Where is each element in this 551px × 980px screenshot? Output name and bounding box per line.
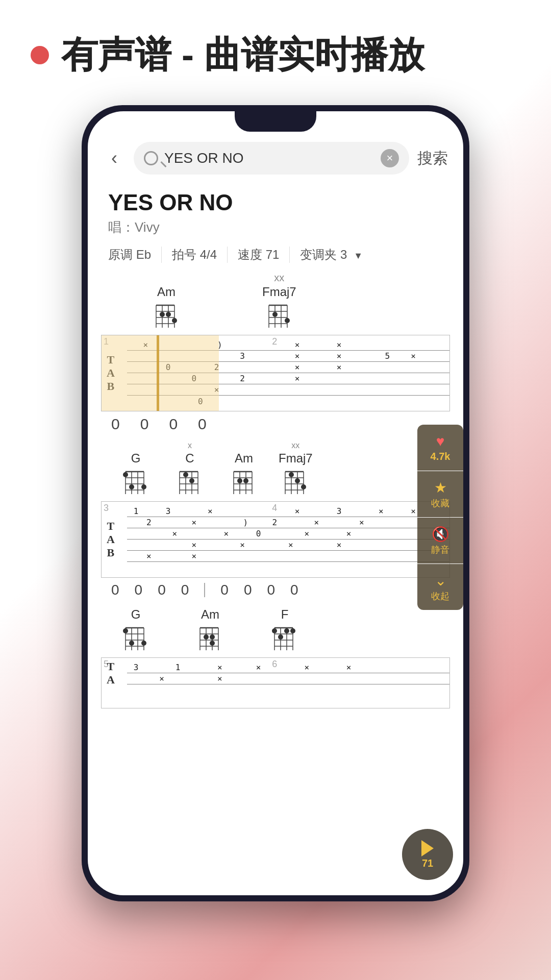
tab-string-2: 3 × × 5 × xyxy=(127,351,449,362)
back-button[interactable]: ‹ xyxy=(103,143,126,173)
chord-fmaj7-2-diagram xyxy=(281,468,310,498)
tab-string-4: 0 2 × xyxy=(127,373,449,384)
search-bar[interactable]: YES OR NO × xyxy=(134,142,409,175)
song-capo[interactable]: 变调夹 3 ▼ xyxy=(290,247,373,263)
chord-fmaj7-diagram xyxy=(265,301,293,332)
song-info: YES OR NO 唱：Vivy xyxy=(88,185,463,241)
chord-am: Am xyxy=(152,285,181,332)
svg-point-60 xyxy=(289,472,294,477)
svg-point-8 xyxy=(160,312,165,317)
song-key: 原调 Eb xyxy=(108,247,162,263)
top-header: 有声谱 - 曲谱实时播放 xyxy=(0,0,551,95)
fmaj7-x: xx xyxy=(274,272,284,284)
chord-am3-diagram xyxy=(196,624,224,654)
svg-point-73 xyxy=(141,641,146,646)
full-score: Am xyxy=(88,268,463,708)
collapse-button[interactable]: ⌄ 收起 xyxy=(417,564,463,610)
like-button[interactable]: ♥ 4.7k xyxy=(417,425,463,471)
tab-string-1: × ) × × xyxy=(127,339,449,351)
svg-point-10 xyxy=(172,318,177,323)
mute-label: 静音 xyxy=(431,544,449,556)
heart-icon: ♥ xyxy=(436,433,445,450)
num-0-2: 0 xyxy=(140,415,149,433)
tab-staff-2: T A B 1 3 × × xyxy=(102,502,449,577)
capo-arrow: ▼ xyxy=(354,251,363,261)
section2-chords: G xyxy=(96,437,455,498)
song-title: YES OR NO xyxy=(108,190,443,215)
svg-point-71 xyxy=(123,628,128,633)
tab-staff-3: T A 3 1 × × × xyxy=(102,658,449,689)
collapse-label: 收起 xyxy=(431,590,449,602)
chord-am3: Am xyxy=(196,607,224,654)
tab2-string-2: 2 × ) 2 × × xyxy=(127,517,449,528)
tab-label-3: T A xyxy=(107,660,115,687)
chord-fmaj7-name: Fmaj7 xyxy=(262,285,296,299)
chord-am2-name: Am xyxy=(235,451,253,465)
score-visual[interactable]: Am xyxy=(88,268,463,895)
svg-point-93 xyxy=(272,628,277,633)
chord-g-diagram xyxy=(121,468,150,498)
chord-am-diagram xyxy=(152,301,181,332)
svg-point-20 xyxy=(285,318,290,323)
tab2-string-6 xyxy=(127,562,449,573)
tab2-string-4: × × × × xyxy=(127,540,449,551)
search-icon xyxy=(144,151,158,165)
chord-am-name: Am xyxy=(157,285,176,299)
s2-n6: 0 xyxy=(244,582,252,598)
section3-chords: G xyxy=(96,602,455,654)
phone-mockup: ‹ YES OR NO × 搜索 YES OR NO 唱：Vivy 原调 Eb xyxy=(0,105,551,901)
tab-staff-1: T A B × ) × xyxy=(102,335,449,411)
tab-label-1: T A B xyxy=(107,353,115,393)
section2-tab: 3 4 T A B 1 xyxy=(101,501,450,578)
song-artist: 唱：Vivy xyxy=(108,218,443,236)
tab-string-5: × xyxy=(127,384,449,396)
action-panel: ♥ 4.7k ★ 收藏 🔇 静音 ⌄ xyxy=(417,425,463,610)
play-speed: 71 xyxy=(422,857,433,869)
page-title: 有声谱 - 曲谱实时播放 xyxy=(61,31,424,80)
play-button[interactable]: 71 xyxy=(402,829,453,880)
tab2-string-5: × × xyxy=(127,551,449,562)
clear-button[interactable]: × xyxy=(381,149,399,167)
song-beat: 拍号 4/4 xyxy=(162,247,228,263)
chord-c-diagram xyxy=(176,468,204,498)
svg-point-61 xyxy=(295,478,300,483)
svg-point-84 xyxy=(210,641,215,646)
capo-label: 变调夹 3 xyxy=(300,248,347,261)
svg-point-31 xyxy=(141,484,146,489)
chord-g2: G xyxy=(121,607,150,654)
svg-point-40 xyxy=(183,472,188,477)
num-0-3: 0 xyxy=(169,415,178,433)
chord-fmaj7-2-name: Fmaj7 xyxy=(279,451,313,465)
recording-dot xyxy=(31,46,49,64)
chord-fmaj7-2: xx Fmaj7 xyxy=(279,442,313,498)
mute-button[interactable]: 🔇 静音 xyxy=(417,518,463,564)
svg-point-72 xyxy=(129,641,134,646)
section2-numbers: 0 0 0 0 0 0 0 0 xyxy=(96,578,455,602)
tab-string-3: 0 2 × × xyxy=(127,362,449,373)
chord-c-name: C xyxy=(185,451,194,465)
section1-tab: 1 2 T A B xyxy=(101,335,450,411)
num-0-4: 0 xyxy=(198,415,207,433)
svg-point-29 xyxy=(123,472,128,477)
collect-button[interactable]: ★ 收藏 xyxy=(417,471,463,517)
phone-inner: ‹ YES OR NO × 搜索 YES OR NO 唱：Vivy 原调 Eb xyxy=(88,111,463,895)
svg-point-50 xyxy=(237,478,242,483)
s2-n5: 0 xyxy=(220,582,229,598)
section1-numbers: 0 0 0 0 xyxy=(96,411,455,437)
tab2-string-1: 1 3 × × 3 × × xyxy=(127,506,449,517)
tab-content-1: × ) × × 3 × × 5 xyxy=(127,339,449,407)
s2-n2: 0 xyxy=(135,582,143,598)
tab2-string-3: × × 0 × × xyxy=(127,528,449,540)
s2-n1: 0 xyxy=(111,582,119,598)
chord-fmaj7: xx Fmaj7 xyxy=(262,273,296,332)
chord-f-diagram xyxy=(270,624,299,654)
svg-point-95 xyxy=(284,628,289,633)
section3-tab: 5 6 T A 3 1 xyxy=(101,657,450,708)
svg-point-62 xyxy=(301,484,306,489)
song-meta: 原调 Eb 拍号 4/4 速度 71 变调夹 3 ▼ xyxy=(88,241,463,268)
speaker-icon: 🔇 xyxy=(432,526,449,543)
svg-point-41 xyxy=(189,478,194,483)
num-0-1: 0 xyxy=(111,415,120,433)
chord-f-name: F xyxy=(281,607,289,622)
search-confirm-button[interactable]: 搜索 xyxy=(417,148,448,169)
